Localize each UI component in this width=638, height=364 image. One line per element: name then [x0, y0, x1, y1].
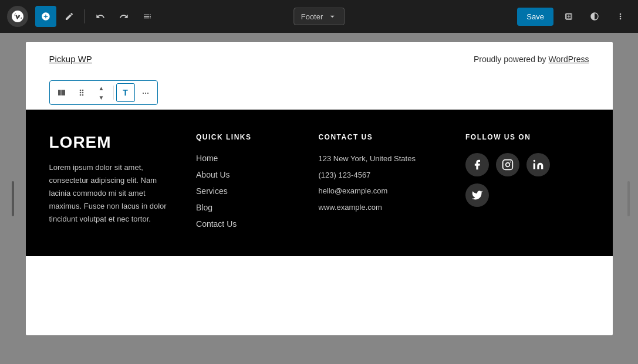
page-canvas: Pickup WP Proudly powered by WordPress	[26, 42, 613, 335]
wp-logo[interactable]	[7, 6, 28, 27]
plus-icon	[41, 12, 50, 21]
columns-block-button[interactable]	[52, 83, 71, 102]
move-arrows: ▲ ▼	[92, 83, 111, 102]
social-icons-row-1	[465, 153, 589, 176]
linkedin-icon-button[interactable]	[526, 153, 550, 176]
toolbar-right: Save	[517, 6, 631, 27]
scroll-handle-left[interactable]	[12, 181, 14, 216]
more-options-button[interactable]	[610, 6, 631, 27]
save-button[interactable]: Save	[517, 8, 553, 26]
footer-contact-title: CONTACT US	[318, 133, 442, 141]
footer-website: www.example.com	[318, 202, 442, 213]
list-item: Contact Us	[196, 219, 295, 229]
context-dropdown: Footer	[293, 8, 345, 25]
list-view-icon	[143, 12, 152, 21]
social-icons-row-2	[465, 183, 589, 207]
facebook-icon	[471, 159, 483, 171]
powered-by: Proudly powered by WordPress	[474, 55, 589, 64]
canvas-area: Pickup WP Proudly powered by WordPress	[0, 33, 638, 364]
svg-point-2	[534, 160, 535, 162]
scroll-handle-right[interactable]	[627, 181, 630, 216]
pencil-icon	[65, 12, 74, 21]
list-view-button[interactable]	[137, 6, 158, 27]
undo-button[interactable]	[90, 6, 111, 27]
text-align-button[interactable]: T	[116, 83, 135, 102]
footer-email: hello@example.com	[318, 185, 442, 197]
footer-link-blog[interactable]: Blog	[196, 203, 212, 212]
footer-follow-title: FOLLOW US ON	[465, 133, 589, 141]
footer-link-services[interactable]: Services	[196, 186, 228, 196]
add-block-button[interactable]	[35, 6, 56, 27]
footer-dropdown-button[interactable]: Footer	[293, 8, 345, 25]
footer-col-contact: CONTACT US 123 New York, United States (…	[318, 133, 442, 233]
canvas-header: Pickup WP Proudly powered by WordPress	[26, 42, 613, 76]
redo-button[interactable]	[113, 6, 134, 27]
list-item: Services	[196, 186, 295, 196]
footer-link-about[interactable]: About Us	[196, 170, 230, 179]
drag-icon	[77, 88, 86, 97]
drag-handle-button[interactable]	[72, 83, 91, 102]
footer-section: LOREM Lorem ipsum dolor sit amet, consec…	[26, 110, 613, 256]
wordpress-link[interactable]: WordPress	[549, 55, 589, 64]
footer-col-brand: LOREM Lorem ipsum dolor sit amet, consec…	[49, 133, 173, 233]
instagram-icon	[502, 159, 514, 171]
more-options-icon	[616, 12, 625, 21]
move-down-button[interactable]: ▼	[92, 93, 111, 102]
twitter-icon	[471, 189, 483, 201]
undo-icon	[96, 12, 105, 21]
footer-link-contact[interactable]: Contact Us	[196, 219, 237, 229]
twitter-icon-button[interactable]	[465, 183, 489, 207]
list-item: Home	[196, 153, 295, 164]
redo-icon	[119, 12, 129, 21]
footer-col-quick-links: QUICK LINKS Home About Us Services Blog …	[196, 133, 295, 233]
footer-links-list: Home About Us Services Blog Contact Us	[196, 153, 295, 229]
footer-phone: (123) 123-4567	[318, 169, 442, 181]
edit-tool-button[interactable]	[59, 6, 80, 27]
footer-col-social: FOLLOW US ON	[465, 133, 589, 233]
view-button[interactable]	[558, 6, 579, 27]
svg-rect-0	[503, 160, 513, 170]
linkedin-icon	[532, 159, 544, 171]
footer-dropdown-label: Footer	[301, 12, 323, 21]
contrast-icon	[590, 12, 599, 21]
top-toolbar: Footer Save	[0, 0, 638, 33]
powered-by-text: Proudly powered by	[474, 55, 549, 64]
site-title[interactable]: Pickup WP	[49, 54, 92, 64]
footer-quick-links-title: QUICK LINKS	[196, 133, 295, 141]
block-toolbar: ▲ ▼ T ···	[49, 80, 158, 105]
wp-logo-icon	[12, 11, 23, 22]
move-up-button[interactable]: ▲	[92, 83, 111, 93]
list-item: About Us	[196, 169, 295, 180]
toolbar-divider-1	[85, 9, 85, 23]
facebook-icon-button[interactable]	[465, 153, 489, 176]
footer-logo: LOREM	[49, 133, 173, 152]
block-more-options-button[interactable]: ···	[136, 83, 155, 102]
chevron-down-icon	[328, 12, 337, 21]
footer-description: Lorem ipsum dolor sit amet, consectetur …	[49, 161, 173, 226]
footer-address: 123 New York, United States	[318, 153, 442, 165]
dark-mode-button[interactable]	[584, 6, 605, 27]
list-item: Blog	[196, 202, 295, 213]
footer-link-home[interactable]: Home	[196, 154, 218, 163]
view-icon	[564, 12, 573, 21]
block-toolbar-divider	[113, 86, 114, 100]
columns-icon	[57, 88, 66, 97]
instagram-icon-button[interactable]	[496, 153, 519, 176]
